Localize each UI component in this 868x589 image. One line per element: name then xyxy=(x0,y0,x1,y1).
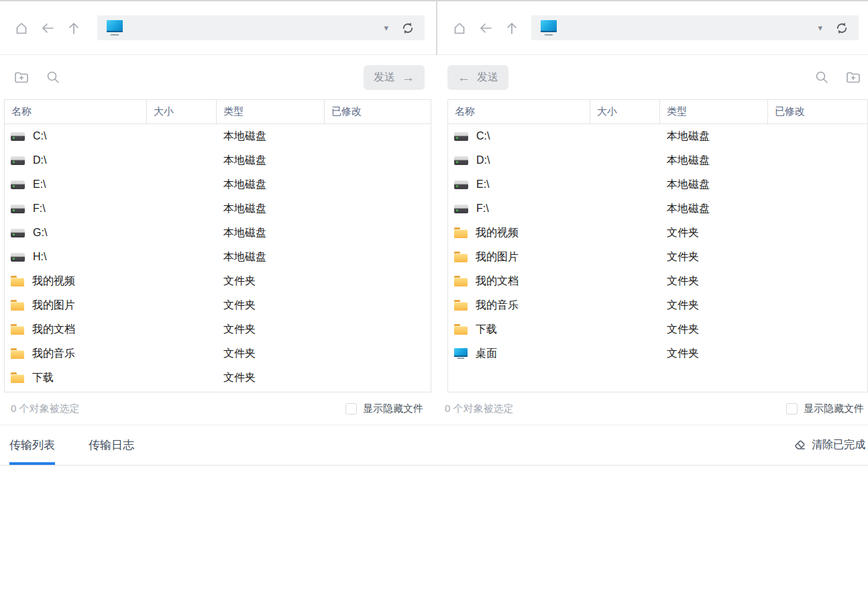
table-row[interactable]: C:\本地磁盘 xyxy=(5,124,431,148)
file-name: 下载 xyxy=(476,323,497,337)
table-row[interactable]: 我的视频文件夹 xyxy=(5,269,431,293)
left-table-header: 名称 大小 类型 已修改 xyxy=(5,100,431,124)
file-name: E:\ xyxy=(476,178,490,191)
file-transfer-app: ▾ 发送 → xyxy=(0,0,868,589)
address-dropdown-caret[interactable]: ▾ xyxy=(818,23,822,32)
column-header-type[interactable]: 类型 xyxy=(217,100,325,123)
right-table-header: 名称 大小 类型 已修改 xyxy=(448,100,867,124)
table-row[interactable]: 下载文件夹 xyxy=(448,317,867,341)
file-type-cell: 本地磁盘 xyxy=(660,124,768,148)
home-button[interactable] xyxy=(452,21,467,36)
file-name-cell: 我的视频 xyxy=(5,269,147,293)
table-row[interactable]: H:\本地磁盘 xyxy=(5,245,431,269)
file-type-cell: 文件夹 xyxy=(217,341,325,366)
file-name-cell: 我的音乐 xyxy=(448,293,590,317)
tab-transfer-log[interactable]: 传输日志 xyxy=(89,425,134,465)
column-header-name[interactable]: 名称 xyxy=(5,100,147,123)
table-row[interactable]: D:\本地磁盘 xyxy=(448,148,867,172)
table-row[interactable]: F:\本地磁盘 xyxy=(5,197,431,221)
table-row[interactable]: E:\本地磁盘 xyxy=(448,172,867,197)
file-modified-cell xyxy=(768,245,867,269)
file-type-cell: 文件夹 xyxy=(660,221,768,245)
left-file-panel: ▾ 发送 → xyxy=(0,1,434,425)
up-button[interactable] xyxy=(66,21,81,36)
send-label: 发送 xyxy=(477,70,498,85)
file-name: D:\ xyxy=(476,154,490,166)
file-name: D:\ xyxy=(33,154,46,166)
send-label: 发送 xyxy=(374,70,395,85)
refresh-icon xyxy=(400,21,415,36)
file-modified-cell xyxy=(325,245,431,269)
back-button[interactable] xyxy=(478,21,493,36)
table-row[interactable]: 我的文档文件夹 xyxy=(448,269,867,293)
table-row[interactable]: G:\本地磁盘 xyxy=(5,221,431,245)
up-button[interactable] xyxy=(504,21,519,36)
left-status-bar: 0 个对象被选定 显示隐藏文件 xyxy=(0,392,434,425)
file-type-cell: 本地磁盘 xyxy=(217,197,325,221)
file-name: 我的视频 xyxy=(476,226,519,240)
file-name: F:\ xyxy=(33,203,46,215)
column-header-modified[interactable]: 已修改 xyxy=(325,100,431,123)
table-row[interactable]: 我的图片文件夹 xyxy=(5,293,431,317)
file-name: H:\ xyxy=(33,251,46,263)
panel-divider xyxy=(436,0,437,55)
file-size-cell xyxy=(590,317,660,341)
file-name-cell: C:\ xyxy=(448,124,590,148)
refresh-button[interactable] xyxy=(834,20,850,36)
left-address-bar[interactable]: ▾ xyxy=(97,15,425,40)
drive-icon xyxy=(454,180,468,189)
file-name: 下载 xyxy=(32,371,54,385)
file-modified-cell xyxy=(325,197,431,221)
search-icon xyxy=(814,70,829,85)
send-left-button[interactable]: ← 发送 xyxy=(447,65,508,90)
table-row[interactable]: 下载文件夹 xyxy=(5,366,431,390)
search-button[interactable] xyxy=(814,69,830,85)
table-row[interactable]: 我的音乐文件夹 xyxy=(5,341,431,366)
file-name-cell: E:\ xyxy=(5,172,147,197)
table-row[interactable]: 我的文档文件夹 xyxy=(5,317,431,341)
file-name: 我的音乐 xyxy=(476,299,519,313)
table-row[interactable]: 桌面文件夹 xyxy=(448,341,867,366)
tab-transfer-list[interactable]: 传输列表 xyxy=(9,425,55,465)
table-row[interactable]: 我的视频文件夹 xyxy=(448,221,867,245)
file-type-cell: 本地磁盘 xyxy=(217,245,325,269)
file-type-cell: 本地磁盘 xyxy=(217,124,325,148)
folder-icon xyxy=(454,276,468,286)
column-header-modified[interactable]: 已修改 xyxy=(768,100,867,123)
file-size-cell xyxy=(147,197,217,221)
selection-count-text: 0 个对象被选定 xyxy=(445,403,514,415)
file-name: F:\ xyxy=(476,203,489,215)
home-button[interactable] xyxy=(14,21,29,36)
refresh-button[interactable] xyxy=(400,20,416,36)
file-modified-cell xyxy=(325,341,431,366)
column-header-size[interactable]: 大小 xyxy=(147,100,217,123)
file-size-cell xyxy=(590,341,660,366)
address-dropdown-caret[interactable]: ▾ xyxy=(384,23,388,32)
send-right-button[interactable]: 发送 → xyxy=(364,65,425,90)
table-row[interactable]: 我的图片文件夹 xyxy=(448,245,867,269)
table-row[interactable]: C:\本地磁盘 xyxy=(448,124,867,148)
file-modified-cell xyxy=(325,172,431,197)
new-folder-button[interactable] xyxy=(13,69,30,85)
show-hidden-checkbox[interactable] xyxy=(786,403,798,415)
back-button[interactable] xyxy=(40,21,55,36)
table-row[interactable]: D:\本地磁盘 xyxy=(5,148,431,172)
file-name: C:\ xyxy=(476,130,490,142)
home-icon xyxy=(14,21,29,36)
table-row[interactable]: F:\本地磁盘 xyxy=(448,197,867,221)
table-row[interactable]: E:\本地磁盘 xyxy=(5,172,431,197)
file-type-cell: 本地磁盘 xyxy=(660,197,768,221)
show-hidden-checkbox[interactable] xyxy=(345,403,357,415)
column-header-size[interactable]: 大小 xyxy=(590,100,660,123)
clear-completed-button[interactable]: 清除已完成 xyxy=(793,425,867,465)
column-header-type[interactable]: 类型 xyxy=(660,100,768,123)
right-address-bar[interactable]: ▾ xyxy=(531,15,859,40)
file-type-cell: 文件夹 xyxy=(660,269,768,293)
file-type-cell: 本地磁盘 xyxy=(217,172,325,197)
column-header-name[interactable]: 名称 xyxy=(448,100,590,123)
transfer-list-content xyxy=(0,466,868,589)
new-folder-button[interactable] xyxy=(845,69,861,85)
table-row[interactable]: 我的音乐文件夹 xyxy=(448,293,867,317)
search-button[interactable] xyxy=(45,69,61,85)
refresh-icon xyxy=(834,21,849,36)
